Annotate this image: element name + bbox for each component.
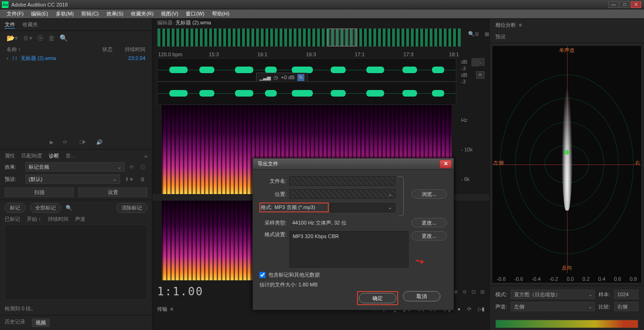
menu-view[interactable]: 视图(V) — [157, 10, 182, 17]
search-icon[interactable]: 🔍 — [60, 34, 68, 42]
clear-marks-button[interactable]: 清除标记 — [116, 203, 147, 213]
gain-value: +0 dB — [281, 75, 295, 80]
hdr-channel[interactable]: 声道 — [75, 216, 85, 223]
format-select[interactable]: ⌄ — [330, 203, 395, 212]
effect-label: 效果: — [5, 164, 23, 171]
mode-select[interactable]: 直方图（日志缩放）⌄ — [511, 290, 595, 299]
filename-input[interactable] — [289, 176, 395, 186]
ruler-mode-icon[interactable] — [471, 58, 480, 67]
all-mark-button[interactable]: 全部标记 — [30, 203, 61, 213]
overview-bar[interactable] — [157, 28, 461, 47]
tab-files[interactable]: 文件 — [5, 21, 15, 29]
effect-help-icon[interactable]: ⓘ — [138, 164, 147, 171]
browse-button[interactable]: 浏览... — [411, 189, 447, 199]
tab-video[interactable]: 视频 — [32, 318, 50, 327]
phase-title[interactable]: 相位分析 — [495, 22, 516, 29]
panel-menu-icon[interactable]: ≡ — [519, 22, 522, 28]
expand-icon[interactable]: › — [7, 55, 8, 61]
search-icon[interactable]: 🔍 — [66, 205, 72, 211]
files-panel-tabs: 文件 收藏夹 — [0, 19, 152, 31]
effect-reset-icon[interactable]: ⟳ — [128, 164, 136, 170]
gain-hud[interactable]: ▁▃▅ ◷ +0 dB ✎ — [256, 73, 308, 82]
change-sample-button[interactable]: 更改... — [411, 218, 447, 227]
waveform-left[interactable]: ▁▃▅ ◷ +0 dB ✎ — [157, 58, 456, 82]
skip-icon[interactable]: ▷▮ — [478, 306, 485, 312]
dialog-titlebar[interactable]: 导出文件 ✕ — [253, 158, 454, 170]
editor-tab[interactable]: 无标题 (2).wma — [175, 19, 211, 26]
zoom-in-icon[interactable]: ⊕ — [454, 289, 458, 295]
tab-history[interactable]: 历史记录 — [5, 318, 25, 327]
compare-select[interactable]: 右侧 — [614, 302, 638, 311]
overview-selection[interactable] — [327, 29, 358, 46]
panel-menu-icon[interactable]: ≡ — [170, 306, 173, 312]
preset-label[interactable]: 预设 — [495, 33, 506, 40]
auto-play-icon[interactable]: 《▶ — [76, 139, 87, 146]
maximize-button[interactable]: □ — [620, 1, 630, 8]
menu-file[interactable]: 文件(F) — [3, 10, 27, 17]
file-row[interactable]: › ⧘⧙ 无标题 (2).wma 23:2.04 — [0, 53, 152, 63]
bpm-display[interactable]: 120.0 bpm — [158, 52, 182, 57]
open-file-icon[interactable]: 📂▾ — [7, 34, 18, 42]
menu-favorites[interactable]: 收藏夹(R) — [127, 10, 157, 17]
tab-diagnostics[interactable]: 诊断 — [49, 152, 59, 159]
volume-icon[interactable]: 🔊 — [96, 139, 103, 145]
record-icon[interactable]: ● — [457, 306, 461, 312]
zoom-fit-icon[interactable]: 🔍⊞ — [468, 31, 479, 37]
tab-match-loudness[interactable]: 匹配响度 — [22, 152, 42, 159]
location-input[interactable]: ⌄ — [289, 189, 395, 199]
sample-select[interactable]: 1024 — [614, 290, 638, 299]
hdr-start[interactable]: 开始 ↑ — [27, 216, 41, 223]
menu-help[interactable]: 帮助(H) — [208, 10, 233, 17]
loop-icon[interactable]: ⟳ — [63, 139, 67, 145]
record-icon[interactable]: ⦿ — [37, 34, 44, 42]
dialog-close-button[interactable]: ✕ — [439, 160, 452, 168]
zoom-all-icon[interactable]: ⊞ — [480, 289, 485, 295]
history-tabs: 历史记录 视频 — [0, 315, 152, 330]
menu-clip[interactable]: 剪辑(C) — [77, 10, 102, 17]
scan-button[interactable]: 扫描 — [5, 188, 74, 197]
minimize-button[interactable]: — — [608, 1, 619, 8]
menu-effects[interactable]: 效果(S) — [103, 10, 128, 17]
tab-favorites[interactable]: 收藏夹 — [23, 21, 38, 28]
zoom-selection-icon[interactable]: ⊡ — [471, 289, 476, 295]
cancel-button[interactable]: 取消 — [403, 291, 440, 301]
window-close-button[interactable]: ✕ — [631, 1, 641, 8]
window-controls: — □ ✕ — [608, 1, 641, 8]
col-name[interactable]: 名称 ↑ — [7, 46, 84, 53]
include-metadata-checkbox[interactable] — [259, 272, 265, 278]
time-ruler[interactable]: 120.0 bpm 15:3 16:1 16:3 17:1 17:3 18:1 — [157, 49, 461, 58]
tab-properties[interactable]: 属性 — [5, 152, 15, 159]
menu-window[interactable]: 窗口(W) — [182, 10, 208, 17]
diag-tabs: 属性 匹配响度 诊断 音… » — [5, 152, 147, 159]
delete-icon[interactable]: 🗑 — [48, 34, 55, 42]
preset-delete-icon[interactable]: 🗑 — [138, 176, 147, 182]
pencil-icon[interactable]: ✎ — [297, 74, 304, 81]
col-duration[interactable]: 持续时间 — [113, 46, 145, 53]
ok-button[interactable]: 确定 — [359, 293, 396, 303]
effect-select[interactable]: 标记音频 ⌄ — [25, 162, 125, 172]
transport-label: 传输 — [157, 306, 167, 313]
menu-multitrack[interactable]: 多轨(M) — [52, 10, 78, 17]
menu-edit[interactable]: 编辑(E) — [27, 10, 52, 17]
loop-icon[interactable]: ⟳ — [467, 306, 471, 312]
view-mode-icon[interactable]: ▦ — [485, 31, 489, 37]
preset-save-icon[interactable]: ⬇★ — [123, 176, 136, 182]
zoom-out-icon[interactable]: ⊖ — [462, 289, 467, 295]
gain-bars-icon: ▁▃▅ — [259, 75, 271, 81]
hdr-marked[interactable]: 已标记 — [5, 216, 20, 223]
col-status[interactable]: 状态 — [84, 46, 113, 53]
waveform-right[interactable] — [157, 82, 456, 105]
hdr-duration[interactable]: 持续时间 — [48, 216, 68, 223]
change-format-button[interactable]: 更改... — [411, 231, 447, 240]
play-icon[interactable]: ▶ — [50, 139, 53, 145]
preset-select[interactable]: (默认) ⌄ — [25, 174, 120, 184]
settings-button[interactable]: 设置 — [78, 188, 147, 197]
mark-button[interactable]: 标记 — [5, 203, 25, 213]
sampletype-value: 44100 Hz 立体声, 32 位 — [289, 218, 409, 227]
tab-audio[interactable]: 音… — [66, 152, 76, 159]
phase-top-label: 单声道 — [559, 47, 575, 54]
channel-select[interactable]: 左侧⌄ — [511, 302, 595, 311]
channel-r[interactable]: R — [476, 71, 485, 79]
new-file-icon[interactable]: 🗎▾ — [23, 34, 32, 42]
more-tabs-icon[interactable]: » — [144, 153, 147, 159]
